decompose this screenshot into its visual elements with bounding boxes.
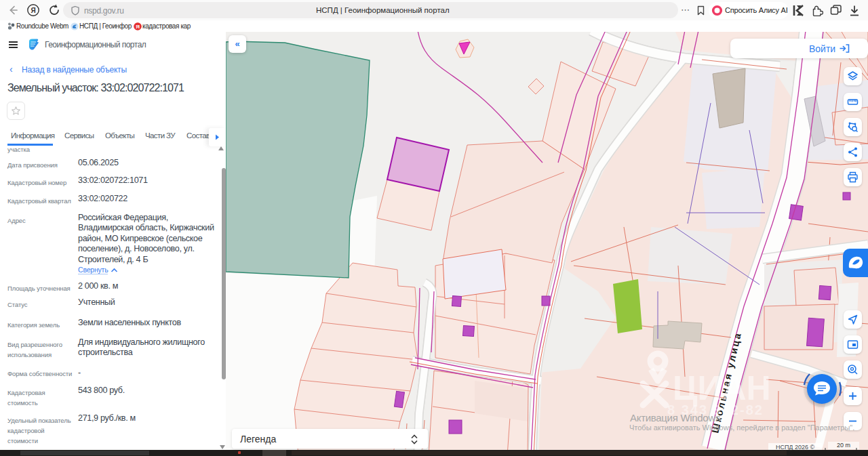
svg-text:Я: Я	[136, 24, 140, 30]
svg-text:Я: Я	[31, 7, 35, 14]
svg-text:ЦИАН: ЦИАН	[673, 369, 771, 407]
